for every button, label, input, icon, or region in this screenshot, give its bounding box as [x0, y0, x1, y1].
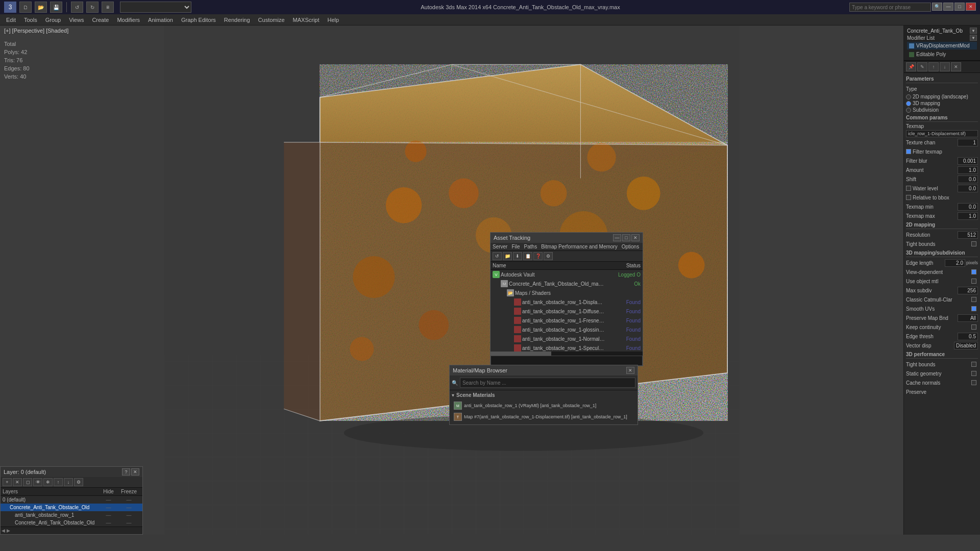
at-item-maxfile[interactable]: M Concrete_Anti_Tank_Obstacle_Old_max_vr… [491, 279, 643, 288]
mod-delete-btn[interactable]: ✕ [951, 62, 961, 71]
mod-editable-poly[interactable]: Editable Poly [916, 52, 946, 57]
water-level-check[interactable] [906, 186, 911, 191]
smooth-uvs-check[interactable] [971, 306, 976, 311]
type-3d-row[interactable]: 3D mapping [906, 101, 978, 106]
at-item-normal[interactable]: anti_tank_obstacle_row_1-Normal.png Foun… [491, 334, 643, 343]
at-menu-options[interactable]: Options [622, 244, 639, 249]
at-btn2[interactable]: 📁 [503, 252, 512, 260]
shift-value[interactable]: 0.0 [958, 176, 978, 183]
render-setup-btn[interactable]: 🖥 [102, 2, 114, 13]
at-btn3[interactable]: ⬇ [513, 252, 522, 260]
menu-create[interactable]: Create [88, 16, 113, 24]
search-btn[interactable]: 🔍 [932, 3, 942, 11]
layer-item-row1[interactable]: anti_tank_obstacle_row_1 — — [1, 511, 142, 519]
at-item-fresnel[interactable]: anti_tank_obstacle_row_1-Fresnel.png Fou… [491, 316, 643, 325]
view-dep-check[interactable] [971, 269, 976, 274]
layer-new-btn[interactable]: + [3, 478, 12, 486]
at-btn1[interactable]: ↺ [493, 252, 502, 260]
texmap-max-value[interactable]: 1.0 [958, 212, 978, 220]
menu-tools[interactable]: Tools [20, 16, 41, 24]
type-3d-radio[interactable] [906, 101, 911, 106]
maximize-btn[interactable]: □ [954, 3, 965, 11]
close-btn[interactable]: ✕ [966, 3, 976, 11]
mod-edit-btn[interactable]: ✎ [917, 62, 927, 71]
resolution-value[interactable]: 512 [958, 231, 978, 239]
menu-views[interactable]: Views [65, 16, 88, 24]
save-btn[interactable]: 💾 [50, 2, 62, 13]
layer-freeze-all-btn[interactable]: ❄ [43, 478, 53, 486]
mod-pin-btn[interactable]: 📌 [906, 62, 916, 71]
static-geo-check[interactable] [971, 371, 976, 376]
at-item-vault[interactable]: V Autodesk Vault Logged O [491, 270, 643, 279]
at-menu-file[interactable]: File [511, 244, 520, 249]
layer-panel-controls[interactable]: ? ✕ [122, 468, 139, 475]
layer-close-btn[interactable]: ✕ [131, 468, 139, 475]
menu-maxscript[interactable]: MAXScript [289, 16, 324, 24]
layer-move-btn[interactable]: ↑ [54, 478, 63, 486]
menu-group[interactable]: Group [41, 16, 65, 24]
modifier-list-arrow[interactable]: ▼ [970, 35, 977, 41]
rel-bbox-check[interactable] [906, 195, 911, 200]
filter-blur-value[interactable]: 0.001 [958, 157, 978, 165]
vec-disp-value[interactable]: Disabled [954, 342, 978, 349]
at-win-controls[interactable]: — □ ✕ [613, 234, 640, 241]
mod-vray-disp[interactable]: VRayDisplacementMod [916, 43, 970, 48]
at-menu-server[interactable]: Server [493, 244, 507, 249]
at-scrollbar[interactable] [491, 352, 643, 356]
mod-move-up-btn[interactable]: ↑ [928, 62, 939, 71]
preserve-map-value[interactable]: All [958, 314, 978, 322]
catmull-check[interactable] [971, 297, 976, 302]
open-btn[interactable]: 📂 [35, 2, 47, 13]
minimize-btn[interactable]: — [943, 3, 953, 11]
texmap-value[interactable]: icle_row_1-Displacement.tif) [906, 130, 978, 137]
layer-select-btn[interactable]: ◻ [23, 478, 32, 486]
menu-customize[interactable]: Customize [254, 16, 289, 24]
tight-bounds-check[interactable] [971, 241, 976, 246]
at-maximize-btn[interactable]: □ [622, 234, 630, 241]
rp-menu-btn[interactable]: ▼ [970, 28, 977, 34]
at-btn6[interactable]: ⚙ [544, 252, 553, 260]
layer-hide-all-btn[interactable]: 👁 [33, 478, 42, 486]
at-menu-paths[interactable]: Paths [524, 244, 537, 249]
type-sub-radio[interactable] [906, 108, 911, 113]
keep-cont-check[interactable] [971, 324, 976, 330]
mb-close-btn[interactable]: ✕ [626, 367, 634, 374]
menu-rendering[interactable]: Rendering [220, 16, 254, 24]
layer-delete-btn[interactable]: ✕ [13, 478, 22, 486]
menu-graph-editors[interactable]: Graph Editors [177, 16, 220, 24]
at-btn5[interactable]: ❓ [533, 252, 543, 260]
mb-item-map[interactable]: T Map #7(anti_tank_obstacle_row_1-Displa… [452, 411, 635, 422]
layer-item-concrete[interactable]: Concrete_Anti_Tank_Obstacle_Old — — [1, 504, 142, 511]
at-menu-bitmap[interactable]: Bitmap Performance and Memory [541, 244, 618, 249]
at-minimize-btn[interactable]: — [613, 234, 621, 241]
at-item-diffuse[interactable]: anti_tank_obstacle_row_1-Diffuse.png Fou… [491, 307, 643, 316]
filter-texmap-check[interactable] [906, 149, 911, 154]
tight-bounds2-check[interactable] [971, 362, 976, 367]
edge-thresh-value[interactable]: 0.5 [958, 333, 978, 340]
menu-animation[interactable]: Animation [144, 16, 177, 24]
type-2d-radio[interactable] [906, 94, 911, 99]
at-path-input[interactable] [491, 356, 643, 366]
layer-settings-btn[interactable]: ⚙ [74, 478, 83, 486]
search-input[interactable] [849, 3, 931, 12]
edge-length-value[interactable]: 2.0 [945, 259, 965, 267]
undo-btn[interactable]: ↺ [71, 2, 83, 13]
at-item-specular[interactable]: anti_tank_obstacle_row_1-Specular.png Fo… [491, 343, 643, 352]
new-btn[interactable]: 🗋 [19, 2, 32, 13]
type-2d-row[interactable]: 2D mapping (landscape) [906, 94, 978, 99]
texmap-min-value[interactable]: 0.0 [958, 203, 978, 211]
menu-edit[interactable]: Edit [2, 16, 20, 24]
mod-move-down-btn[interactable]: ↓ [940, 62, 950, 71]
layer-down-btn[interactable]: ↓ [64, 478, 73, 486]
water-level-value[interactable]: 0.0 [958, 185, 978, 192]
menu-help[interactable]: Help [324, 16, 344, 24]
mb-titlebar[interactable]: Material/Map Browser ✕ [450, 365, 638, 375]
at-titlebar[interactable]: Asset Tracking — □ ✕ [491, 233, 643, 243]
mb-search-input[interactable] [460, 378, 635, 388]
amount-value[interactable]: 1.0 [958, 166, 978, 174]
at-item-maps[interactable]: 📂 Maps / Shaders [491, 288, 643, 297]
layer-item-obstacle[interactable]: Concrete_Anti_Tank_Obstacle_Old — — [1, 519, 142, 527]
at-item-disp[interactable]: anti_tank_obstacle_row_1-Displacement.ti… [491, 297, 643, 307]
layer-help-btn[interactable]: ? [122, 468, 130, 475]
cache-normals-check[interactable] [971, 380, 976, 385]
